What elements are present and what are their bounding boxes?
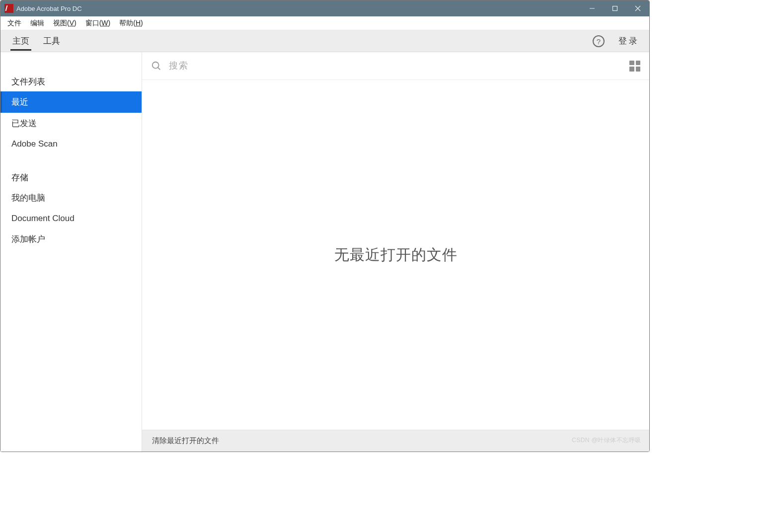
sidebar-section-storage: 存储 xyxy=(0,168,142,187)
sidebar-item-adobe-scan[interactable]: Adobe Scan xyxy=(0,134,142,154)
menu-help[interactable]: 帮助(H) xyxy=(115,18,147,29)
close-button[interactable] xyxy=(626,0,649,16)
search-bar xyxy=(142,52,649,80)
app-icon xyxy=(4,4,13,13)
app-window: Adobe Acrobat Pro DC 文件 编辑 视图(V) 窗口(W) 帮… xyxy=(0,0,650,452)
menu-file[interactable]: 文件 xyxy=(3,18,25,29)
sidebar-item-recent[interactable]: 最近 xyxy=(0,91,142,113)
window-title: Adobe Acrobat Pro DC xyxy=(16,5,82,12)
clear-recent-link[interactable]: 清除最近打开的文件 xyxy=(152,436,219,446)
tab-tools[interactable]: 工具 xyxy=(36,31,67,52)
maximize-button[interactable] xyxy=(604,0,626,16)
svg-point-4 xyxy=(153,62,159,68)
svg-line-5 xyxy=(158,67,160,70)
tab-home[interactable]: 主页 xyxy=(5,31,36,52)
sidebar-item-sent[interactable]: 已发送 xyxy=(0,113,142,134)
login-button[interactable]: 登录 xyxy=(613,35,644,52)
menubar: 文件 编辑 视图(V) 窗口(W) 帮助(H) xyxy=(0,16,649,30)
minimize-button[interactable] xyxy=(581,0,604,16)
body: 文件列表 最近 已发送 Adobe Scan 存储 我的电脑 Document … xyxy=(0,52,649,452)
menu-edit[interactable]: 编辑 xyxy=(26,18,48,29)
svg-rect-1 xyxy=(613,6,617,11)
maximize-icon xyxy=(612,5,618,11)
content-area: 无最近打开的文件 xyxy=(142,80,649,430)
search-icon xyxy=(151,61,162,72)
help-icon[interactable]: ? xyxy=(593,35,605,47)
sidebar-item-add-account[interactable]: 添加帐户 xyxy=(0,228,142,250)
sidebar: 文件列表 最近 已发送 Adobe Scan 存储 我的电脑 Document … xyxy=(0,52,142,452)
sidebar-section-files: 文件列表 xyxy=(0,72,142,91)
menu-window[interactable]: 窗口(W) xyxy=(81,18,115,29)
sidebar-item-mycomputer[interactable]: 我的电脑 xyxy=(0,187,142,209)
main-area: 无最近打开的文件 清除最近打开的文件 xyxy=(142,52,649,452)
footer-bar: 清除最近打开的文件 xyxy=(142,430,649,452)
empty-state-text: 无最近打开的文件 xyxy=(334,245,458,265)
titlebar: Adobe Acrobat Pro DC xyxy=(0,0,649,16)
grid-view-icon[interactable] xyxy=(629,61,640,72)
minimize-icon xyxy=(589,5,595,11)
menu-view[interactable]: 视图(V) xyxy=(49,18,80,29)
search-input[interactable] xyxy=(169,61,629,71)
sidebar-item-document-cloud[interactable]: Document Cloud xyxy=(0,209,142,228)
close-icon xyxy=(635,5,641,11)
tabs-bar: 主页 工具 ? 登录 xyxy=(0,30,649,52)
